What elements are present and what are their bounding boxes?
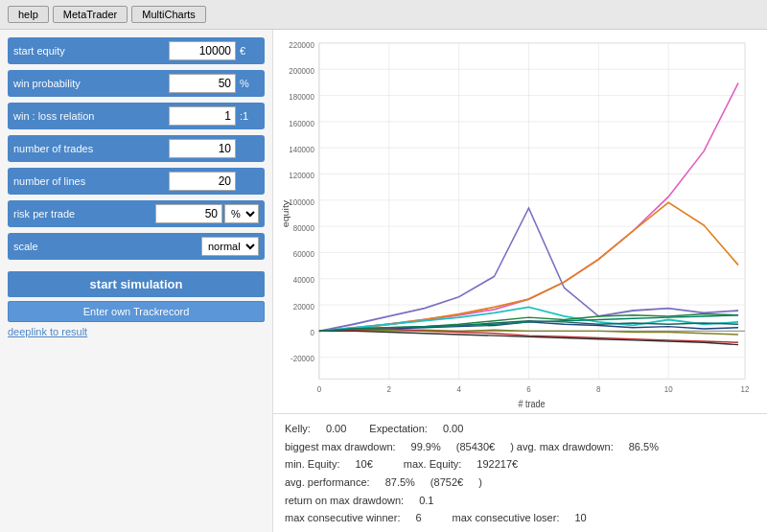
win-loss-unit: :1 bbox=[240, 110, 259, 122]
scale-label: scale bbox=[13, 241, 194, 252]
svg-text:0: 0 bbox=[317, 384, 322, 395]
svg-text:12: 12 bbox=[741, 384, 750, 395]
help-button[interactable]: help bbox=[8, 6, 49, 23]
num-trades-row: number of trades bbox=[8, 135, 265, 162]
avg-performance-amount: (8752€ bbox=[430, 474, 463, 492]
num-lines-input[interactable] bbox=[169, 172, 236, 191]
svg-text:200000: 200000 bbox=[289, 65, 314, 76]
scale-select[interactable]: normal log bbox=[201, 237, 259, 256]
biggest-drawdown-amount: (85430€ bbox=[456, 438, 495, 456]
min-equity-value: 10€ bbox=[355, 455, 372, 474]
num-trades-input[interactable] bbox=[169, 139, 236, 158]
avg-performance-value: 87.5% bbox=[385, 474, 415, 492]
svg-text:40000: 40000 bbox=[293, 275, 314, 286]
expectation-value: 0.00 bbox=[443, 420, 463, 438]
deeplink[interactable]: deeplink to result bbox=[8, 326, 265, 337]
max-equity-label: max. Equity: bbox=[404, 455, 462, 474]
risk-per-trade-label: risk per trade bbox=[13, 208, 155, 220]
num-lines-label: number of lines bbox=[13, 175, 169, 187]
svg-text:100000: 100000 bbox=[289, 197, 314, 207]
svg-text:0: 0 bbox=[310, 327, 314, 337]
svg-text:160000: 160000 bbox=[289, 118, 314, 128]
left-panel: start equity € win probability % win : l… bbox=[0, 30, 273, 532]
svg-text:6: 6 bbox=[526, 384, 531, 395]
risk-per-trade-select[interactable]: % € bbox=[224, 204, 259, 223]
enter-trackrecord-button[interactable]: Enter own Trackrecord bbox=[8, 301, 265, 322]
start-equity-unit: € bbox=[240, 45, 259, 57]
biggest-drawdown-value: 99.9% bbox=[411, 438, 441, 456]
win-loss-label: win : loss relation bbox=[13, 110, 169, 122]
svg-text:2: 2 bbox=[387, 384, 392, 395]
metatrader-button[interactable]: MetaTrader bbox=[53, 6, 128, 23]
max-winner-label: max consecutive winner: bbox=[285, 509, 400, 527]
win-probability-row: win probability % bbox=[8, 70, 265, 97]
win-probability-input[interactable] bbox=[169, 74, 236, 93]
avg-performance-close: ) bbox=[478, 474, 482, 492]
kelly-value: 0.00 bbox=[326, 420, 346, 438]
svg-text:20000: 20000 bbox=[293, 301, 314, 312]
svg-text:140000: 140000 bbox=[289, 144, 314, 154]
num-trades-label: number of trades bbox=[13, 143, 169, 154]
scale-row: scale normal log bbox=[8, 233, 265, 260]
svg-text:80000: 80000 bbox=[293, 222, 314, 233]
expectation-label: Expectation: bbox=[369, 420, 428, 438]
max-loser-label: max consecutive loser: bbox=[453, 509, 560, 527]
svg-text:equity: equity bbox=[281, 200, 291, 228]
risk-per-trade-row: risk per trade % € bbox=[8, 200, 265, 227]
svg-text:60000: 60000 bbox=[293, 249, 314, 260]
multicharts-button[interactable]: MultiCharts bbox=[131, 6, 206, 23]
start-equity-row: start equity € bbox=[8, 37, 265, 64]
avg-drawdown-value: 86.5% bbox=[629, 438, 659, 456]
num-lines-row: number of lines bbox=[8, 168, 265, 195]
win-probability-unit: % bbox=[240, 78, 259, 89]
return-label: return on max drawdown: bbox=[285, 492, 404, 510]
start-equity-input[interactable] bbox=[169, 41, 236, 60]
svg-text:180000: 180000 bbox=[289, 92, 314, 103]
svg-text:# trade: # trade bbox=[519, 398, 546, 409]
start-simulation-button[interactable]: start simulation bbox=[8, 271, 265, 297]
svg-text:220000: 220000 bbox=[289, 39, 314, 50]
min-equity-label: min. Equity: bbox=[285, 455, 339, 474]
avg-performance-label: avg. performance: bbox=[285, 474, 370, 492]
start-equity-label: start equity bbox=[13, 45, 169, 57]
top-bar: help MetaTrader MultiCharts bbox=[0, 0, 767, 30]
max-equity-value: 192217€ bbox=[476, 455, 518, 474]
win-probability-label: win probability bbox=[13, 78, 169, 89]
svg-text:8: 8 bbox=[596, 384, 601, 395]
svg-text:10: 10 bbox=[664, 384, 673, 395]
kelly-label: Kelly: bbox=[285, 420, 311, 438]
return-value: 0.1 bbox=[419, 492, 433, 510]
right-panel: 220000 200000 180000 160000 140000 12000… bbox=[273, 30, 767, 532]
avg-drawdown-label: ) avg. max drawdown: bbox=[510, 438, 614, 456]
win-loss-row: win : loss relation :1 bbox=[8, 103, 265, 129]
chart-area: 220000 200000 180000 160000 140000 12000… bbox=[273, 30, 767, 413]
risk-per-trade-input[interactable] bbox=[155, 204, 222, 223]
svg-text:4: 4 bbox=[456, 384, 461, 395]
svg-text:-20000: -20000 bbox=[291, 354, 314, 364]
max-winner-value: 6 bbox=[415, 509, 421, 527]
win-loss-input[interactable] bbox=[169, 106, 236, 126]
stats-area: Kelly: 0.00 Expectation: 0.00 biggest ma… bbox=[273, 413, 767, 532]
biggest-drawdown-label: biggest max drawdown: bbox=[285, 438, 396, 456]
svg-text:120000: 120000 bbox=[289, 171, 314, 181]
max-loser-value: 10 bbox=[574, 509, 586, 527]
equity-chart: 220000 200000 180000 160000 140000 12000… bbox=[281, 37, 759, 413]
